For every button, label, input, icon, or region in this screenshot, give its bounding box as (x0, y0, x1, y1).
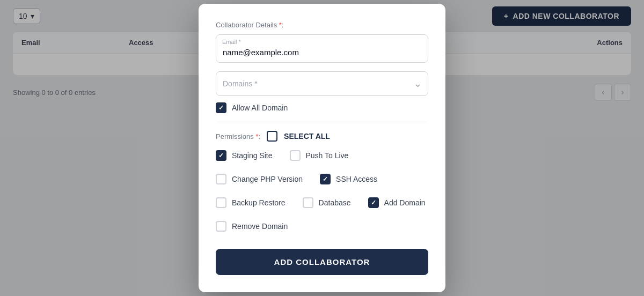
select-all-label[interactable]: SELECT ALL (284, 132, 330, 140)
permissions-row-3: Backup Restore Database Add Domain (216, 197, 428, 212)
change-php-checkbox[interactable] (216, 174, 226, 184)
required-star: * (279, 21, 282, 29)
staging-site-checkbox[interactable] (216, 150, 226, 161)
remove-domain-checkbox[interactable] (216, 221, 226, 232)
add-domain-row: Add Domain (368, 197, 426, 208)
select-all-checkbox[interactable] (267, 131, 277, 142)
ssh-access-checkbox[interactable] (320, 174, 331, 184)
staging-site-row: Staging Site (216, 150, 273, 161)
domains-select[interactable]: Domains * (216, 71, 428, 96)
add-collaborator-modal: Collaborator Details *: Email * Domains … (199, 4, 445, 292)
email-field-wrapper: Email * (216, 34, 428, 63)
remove-domain-label[interactable]: Remove Domain (232, 222, 288, 231)
add-collaborator-button[interactable]: ADD COLLABORATOR (216, 249, 428, 275)
email-input[interactable] (216, 34, 428, 63)
push-to-live-label[interactable]: Push To Live (306, 151, 349, 160)
add-domain-checkbox[interactable] (368, 197, 379, 208)
allow-all-domain-row: Allow All Domain (216, 102, 428, 113)
section-label: Collaborator Details *: (216, 21, 428, 29)
ssh-access-label[interactable]: SSH Access (336, 175, 377, 183)
change-php-label[interactable]: Change PHP Version (232, 175, 303, 183)
modal-overlay: Collaborator Details *: Email * Domains … (0, 0, 644, 296)
add-domain-label[interactable]: Add Domain (384, 198, 426, 207)
change-php-row: Change PHP Version (216, 174, 303, 184)
allow-all-domain-label[interactable]: Allow All Domain (232, 103, 288, 112)
add-collaborator-label: ADD COLLABORATOR (274, 257, 370, 267)
push-to-live-checkbox[interactable] (290, 150, 301, 161)
permissions-label: Permissions *: (216, 132, 260, 140)
permissions-row-2: Change PHP Version SSH Access (216, 174, 428, 189)
database-label[interactable]: Database (319, 198, 351, 207)
divider (216, 122, 428, 122)
allow-all-domain-checkbox[interactable] (216, 102, 226, 113)
backup-restore-checkbox[interactable] (216, 197, 226, 208)
permissions-grid: Staging Site Push To Live Change PHP Ver… (216, 150, 428, 236)
push-to-live-row: Push To Live (290, 150, 349, 161)
permissions-row-1: Staging Site Push To Live (216, 150, 428, 165)
permissions-row-4: Remove Domain (216, 221, 428, 236)
permissions-required-star: * (255, 132, 258, 140)
staging-site-label[interactable]: Staging Site (232, 151, 273, 160)
database-row: Database (303, 197, 351, 208)
ssh-access-row: SSH Access (320, 174, 377, 184)
domains-select-wrapper: Domains * ⌄ (216, 71, 428, 96)
database-checkbox[interactable] (303, 197, 313, 208)
backup-restore-row: Backup Restore (216, 197, 286, 208)
backup-restore-label[interactable]: Backup Restore (232, 198, 286, 207)
permissions-header: Permissions *: SELECT ALL (216, 131, 428, 142)
remove-domain-row: Remove Domain (216, 221, 288, 232)
